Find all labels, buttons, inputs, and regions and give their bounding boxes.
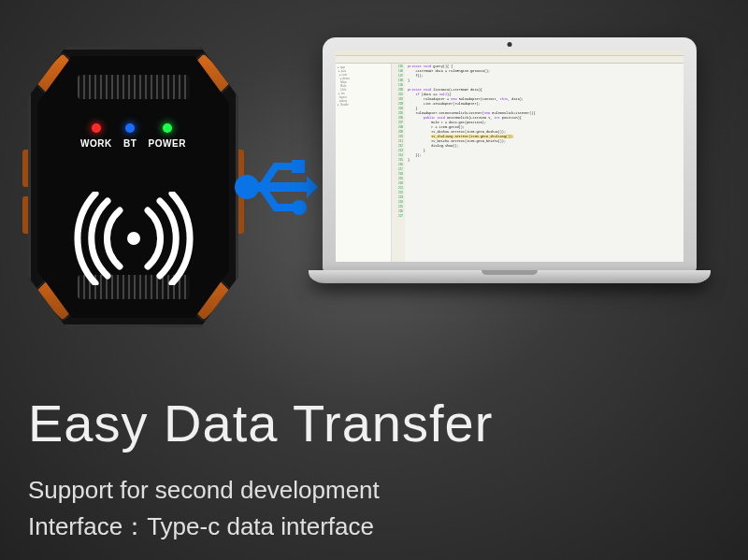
svg-rect-4 [292, 160, 305, 173]
led-label: WORK [80, 138, 112, 149]
svg-point-5 [292, 200, 307, 215]
wireless-icon [68, 192, 199, 285]
headline: Easy Data Transfer [28, 393, 720, 453]
led-blue-icon [125, 123, 135, 133]
laptop-notch [482, 270, 538, 275]
camera-icon [508, 42, 512, 47]
interface-value: Type-c data interface [147, 512, 374, 540]
svg-point-0 [127, 232, 140, 245]
led-red-icon [92, 123, 101, 133]
ide-line-gutter: 1951961971981992002012022032042052062072… [392, 64, 405, 262]
subline-1: Support for second development [28, 472, 720, 509]
led-green-icon [163, 123, 172, 133]
ide-window: ▸ app ▸ java ▸ com ▸ demo Main Rule Util… [336, 50, 683, 262]
svg-rect-2 [247, 182, 312, 192]
ide-code-editor: private void Query(){ [ List<Row> data =… [405, 64, 683, 262]
device-grill [78, 75, 190, 99]
laptop-screen-frame: ▸ app ▸ java ▸ com ▸ demo Main Rule Util… [323, 37, 697, 271]
led-label: POWER [149, 138, 186, 149]
hero-illustration: WORK BT POWER [0, 0, 748, 393]
led-power: POWER [149, 123, 186, 149]
laptop-base [309, 270, 711, 283]
ide-project-tree: ▸ app ▸ java ▸ com ▸ demo Main Rule Util… [336, 64, 392, 262]
led-label: BT [123, 138, 137, 149]
led-work: WORK [80, 123, 112, 149]
interface-label: Interface： [28, 512, 147, 540]
ide-toolbar [336, 56, 683, 64]
usb-icon [234, 150, 318, 224]
rfid-device: WORK BT POWER [28, 47, 238, 327]
laptop: ▸ app ▸ java ▸ com ▸ demo Main Rule Util… [309, 37, 711, 337]
led-bt: BT [123, 123, 137, 149]
subline-2: Interface：Type-c data interface [28, 509, 720, 545]
